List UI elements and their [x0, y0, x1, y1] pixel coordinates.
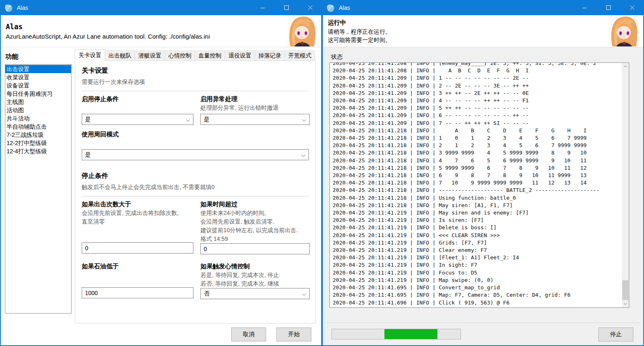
scroll-up-icon[interactable] — [622, 63, 629, 70]
sidebar-item[interactable]: 每日任务困难演习 — [5, 90, 71, 98]
enable-stop-select[interactable]: 是 — [82, 114, 193, 125]
log-line: 2020-04-25 20:11:41.208 | INFO | A B C D… — [333, 67, 629, 74]
scrollbar-thumb[interactable] — [622, 280, 628, 300]
log-line: 2020-04-25 20:11:41.219 | INFO | Delete … — [333, 224, 629, 231]
log-line: 2020-04-25 20:11:41.696 | INFO | Click (… — [333, 299, 629, 307]
page-subtitle: AzurLaneAutoScript, An Azur Lane automat… — [6, 33, 210, 40]
section-heading: 关卡设置 — [82, 67, 309, 75]
start-button[interactable]: 开始 — [276, 328, 311, 341]
titlebar[interactable]: Alas — [322, 0, 644, 15]
tab-panel: 关卡设置 需要运行一次来保存选项 启用停止条件 是 启用异常处理 处理部分异常,… — [75, 60, 316, 323]
divider — [326, 323, 640, 323]
if-count-label: 如果出击次数大于 — [82, 200, 193, 209]
scroll-down-icon[interactable] — [622, 300, 629, 307]
sidebar-item[interactable]: 共斗活动 — [5, 114, 71, 122]
app-logo-icon — [326, 3, 335, 12]
progress-chunk — [384, 329, 437, 339]
sidebar-item[interactable]: 收菜设置 — [5, 73, 71, 81]
log-output: 2020-04-25 20:11:41.208 | INFO | [enemy_… — [330, 62, 629, 307]
sidebar-item[interactable]: 12-4打大型练级 — [5, 147, 71, 155]
log-line: 2020-04-25 20:11:41.219 | INFO | <<< CLE… — [333, 232, 629, 239]
running-title: 运行中 — [328, 18, 391, 27]
chevron-down-icon — [302, 291, 306, 297]
window-header: Alas AzurLaneAutoScript, An Azur Lane au… — [1, 15, 321, 47]
loop-mode-value: 是 — [85, 151, 91, 159]
close-button[interactable] — [298, 0, 322, 15]
sidebar-item[interactable]: 主线图 — [5, 98, 71, 106]
log-line: 2020-04-25 20:11:41.218 | INFO | 6 9 8 7… — [333, 172, 629, 179]
loop-mode-select[interactable]: 是 — [82, 149, 309, 160]
close-button[interactable] — [620, 0, 644, 15]
minimize-button[interactable] — [573, 0, 596, 15]
sidebar-item[interactable]: 活动图 — [5, 106, 71, 114]
log-line: 2020-04-25 20:11:41.219 | INFO | May sir… — [333, 209, 629, 217]
if-count-input[interactable] — [82, 242, 193, 254]
log-line: 2020-04-25 20:11:41.208 | INFO | [enemy_… — [333, 62, 629, 67]
if-time-input[interactable] — [200, 243, 310, 254]
maximize-icon — [606, 4, 611, 12]
avatar — [287, 16, 317, 46]
sidebar-item[interactable]: 7-2三战拣垃圾 — [5, 131, 71, 139]
log-line: 2020-04-25 20:11:41.219 | INFO | Focus t… — [333, 269, 629, 277]
if-oil-help — [82, 271, 193, 287]
tab[interactable]: 血量控制 — [195, 51, 225, 61]
log-line: 2020-04-25 20:11:41.218 | INFO | 2 1 2 3… — [333, 142, 629, 149]
sidebar-item[interactable]: 设备设置 — [5, 81, 71, 90]
window-runner: Alas 运行中 请稍等，程序正在运行。 这可能将需要一定时间。 状态 2020… — [322, 0, 644, 346]
enable-exception-help: 处理部分异常, 运行出错时撤退 — [200, 104, 310, 114]
sidebar-item[interactable]: 12-2打中型练级 — [5, 139, 71, 147]
cancel-button[interactable]: 取消 — [231, 328, 266, 341]
log-line: 2020-04-25 20:11:41.695 | INFO | Map: F7… — [333, 291, 629, 299]
task-list[interactable]: 出击设置收菜设置设备设置每日任务困难演习主线图活动图共斗活动半自动辅助点击7-2… — [5, 64, 71, 314]
maximize-icon — [284, 4, 289, 12]
log-line: 2020-04-25 20:11:41.209 | INFO | 6 -- --… — [333, 112, 629, 119]
page-title: Alas — [6, 23, 210, 31]
stop-section-heading: 停止条件 — [82, 172, 309, 180]
stop-section-help: 触发后不会马上停止会先完成当前出击, 不需要就填0 — [82, 184, 309, 191]
enable-exception-select[interactable]: 是 — [200, 114, 310, 125]
tab[interactable]: 掉落记录 — [255, 51, 285, 61]
if-oil-input[interactable] — [82, 287, 193, 298]
loop-mode-label: 使用周回模式 — [82, 130, 309, 139]
tab[interactable]: 开荒模式 — [285, 51, 315, 61]
runner-body: 状态 2020-04-25 20:11:41.208 | INFO | [ene… — [323, 47, 643, 345]
titlebar[interactable]: Alas — [0, 0, 322, 15]
tab[interactable]: 关卡设置 — [75, 49, 105, 61]
log-line: 2020-04-25 20:11:41.218 | INFO | 5 9999 … — [333, 164, 629, 172]
log-line: 2020-04-25 20:11:41.218 | INFO | 1 0 1 2… — [333, 134, 629, 142]
enable-stop-value: 是 — [85, 116, 91, 123]
minimize-icon — [582, 4, 587, 12]
minimize-button[interactable] — [251, 0, 274, 15]
log-box[interactable]: 2020-04-25 20:11:41.208 | INFO | [enemy_… — [329, 62, 629, 308]
window-config: Alas Alas AzurLaneAutoScript, An Azur La… — [0, 0, 322, 346]
tab-bar: 关卡设置出击舰队潜艇设置心情控制血量控制退役设置掉落记录开荒模式 — [75, 49, 315, 61]
tab[interactable]: 心情控制 — [165, 51, 195, 61]
divider — [82, 91, 309, 91]
sidebar-label: 功能 — [5, 53, 18, 61]
tab[interactable]: 潜艇设置 — [135, 51, 165, 61]
loop-mode-help — [82, 139, 309, 149]
if-emotion-select[interactable]: 否 — [200, 288, 310, 299]
log-line: 2020-04-25 20:11:41.219 | INFO | Grids: … — [333, 239, 629, 247]
chevron-down-icon — [302, 116, 306, 123]
sidebar-item[interactable]: 出击设置 — [5, 65, 71, 73]
tab[interactable]: 退役设置 — [225, 51, 255, 61]
enable-stop-label: 启用停止条件 — [82, 95, 193, 104]
maximize-button[interactable] — [596, 0, 620, 15]
log-line: 2020-04-25 20:11:41.218 | INFO | -------… — [333, 187, 629, 194]
log-line: 2020-04-25 20:11:41.218 | INFO | A B C D… — [333, 127, 629, 134]
maximize-button[interactable] — [274, 0, 298, 15]
enable-exception-label: 启用异常处理 — [200, 95, 310, 104]
stop-button[interactable]: 停止 — [598, 328, 633, 341]
enable-exception-value: 是 — [204, 116, 209, 123]
log-line: 2020-04-25 20:11:41.219 | INFO | Is sire… — [333, 217, 629, 224]
tab[interactable]: 出击舰队 — [105, 51, 135, 61]
sidebar-item[interactable]: 半自动辅助点击 — [5, 122, 71, 131]
log-scrollbar[interactable] — [622, 63, 629, 307]
running-message: 请稍等，程序正在运行。 这可能将需要一定时间。 — [328, 28, 391, 44]
if-time-label: 如果时间超过 — [200, 200, 310, 209]
close-icon — [308, 4, 313, 12]
if-count-help: 会沿用先前设置, 完成出击将扣除次数, 直至清零 — [82, 209, 193, 242]
window-header: 运行中 请稍等，程序正在运行。 这可能将需要一定时间。 — [323, 15, 643, 47]
log-line: 2020-04-25 20:11:41.209 | INFO | 4 -- --… — [333, 97, 629, 104]
